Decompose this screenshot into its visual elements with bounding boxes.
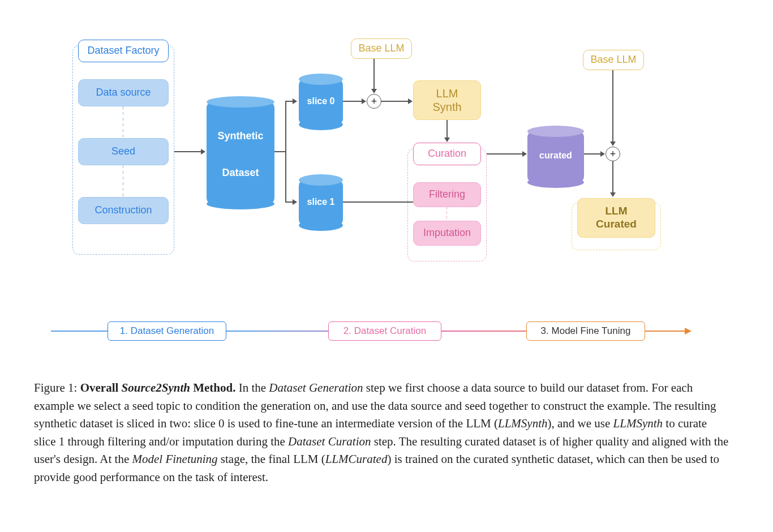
data-source-box: Data source — [78, 79, 169, 106]
seed-box: Seed — [78, 138, 169, 165]
connector-line — [343, 201, 413, 203]
dataset-factory-title: Dataset Factory — [78, 40, 169, 62]
arrow — [343, 101, 366, 102]
slice1-cylinder: slice 1 — [299, 174, 343, 231]
page-root: Dataset Factory Data source Seed Constru… — [0, 0, 773, 532]
dash-connector — [446, 207, 447, 221]
arrow — [285, 101, 297, 102]
stage-1-box: 1. Dataset Generation — [108, 321, 226, 341]
figure-caption: Figure 1: Overall Source2Synth Method. I… — [34, 379, 730, 486]
dash-connector — [123, 106, 123, 138]
split-line — [274, 151, 286, 152]
filtering-box: Filtering — [413, 182, 481, 207]
stage-arrowhead — [685, 328, 692, 334]
arrow — [612, 161, 613, 196]
llm-curated-box: LLMCurated — [577, 198, 655, 238]
curated-cylinder: curated — [527, 126, 584, 188]
arrow — [174, 151, 205, 152]
arrow — [487, 153, 526, 155]
arrow — [446, 120, 448, 141]
base-llm-box-right: Base LLM — [583, 50, 644, 70]
imputation-box: Imputation — [413, 221, 481, 246]
stage-bar: 1. Dataset Generation 2. Dataset Curatio… — [34, 311, 739, 351]
plus-node: + — [367, 94, 381, 109]
diagram-canvas: Dataset Factory Data source Seed Constru… — [34, 23, 739, 306]
stage-2-box: 2. Dataset Curation — [328, 321, 441, 341]
arrow — [373, 59, 375, 93]
plus-node: + — [605, 147, 620, 161]
curation-box: Curation — [413, 143, 481, 165]
synthetic-dataset-cylinder: Synthetic Dataset — [207, 96, 274, 209]
arrow — [612, 70, 613, 145]
split-line — [285, 101, 286, 203]
construction-box: Construction — [78, 197, 169, 224]
dash-connector — [123, 165, 123, 197]
llm-synth-box: LLMSynth — [413, 80, 481, 120]
stage-3-box: 3. Model Fine Tuning — [526, 321, 645, 341]
arrow — [381, 101, 412, 102]
slice0-cylinder: slice 0 — [299, 74, 343, 130]
arrow — [584, 153, 604, 155]
arrow — [285, 201, 297, 203]
base-llm-box-left: Base LLM — [351, 38, 412, 59]
